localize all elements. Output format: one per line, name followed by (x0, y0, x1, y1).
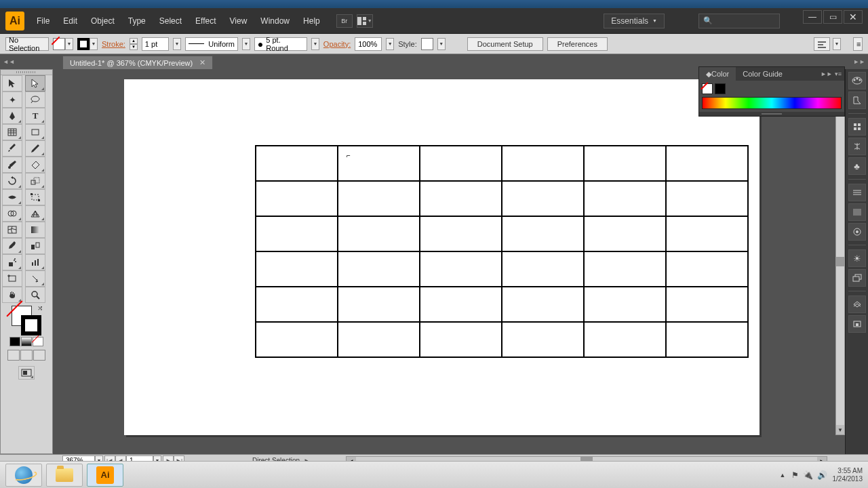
menu-effect[interactable]: Effect (189, 14, 222, 28)
stroke-indicator[interactable] (21, 315, 41, 336)
vertical-scrollbar[interactable]: ▲ ▼ (835, 69, 845, 435)
stroke-profile[interactable]: Uniform (185, 37, 238, 51)
control-menu-icon[interactable]: ≡ (853, 37, 863, 51)
graphic-style-dropdown[interactable]: ▼ (437, 38, 446, 50)
taskbar-explorer[interactable] (46, 464, 83, 487)
bridge-icon[interactable]: Br (336, 14, 353, 28)
align-panel-icon[interactable] (848, 296, 866, 313)
power-icon[interactable]: 🔌 (803, 470, 813, 480)
perspective-grid-tool[interactable] (25, 205, 45, 222)
menu-help[interactable]: Help (296, 14, 327, 28)
stroke-panel-icon[interactable]: ♣ (848, 157, 866, 175)
tray-expand-icon[interactable]: ▲ (780, 472, 786, 479)
direct-selection-tool[interactable] (25, 75, 45, 92)
hand-tool[interactable] (2, 287, 22, 303)
color-panel-icon[interactable] (848, 72, 866, 89)
panel-grip[interactable] (1, 70, 52, 75)
stroke-weight-field[interactable]: 1 pt (142, 37, 169, 51)
draw-inside-button[interactable] (33, 350, 45, 361)
volume-icon[interactable]: 🔊 (817, 470, 827, 480)
menu-object[interactable]: Object (84, 14, 121, 28)
stroke-dropdown[interactable]: ▼ (90, 38, 98, 50)
blend-tool[interactable] (25, 238, 45, 254)
none-mode-button[interactable] (33, 337, 43, 346)
panel-menu-icon[interactable]: ▾≡ (835, 70, 842, 77)
rotate-tool[interactable] (2, 173, 22, 189)
draw-behind-button[interactable] (20, 350, 33, 361)
gradient-mode-button[interactable] (21, 337, 32, 346)
stroke-swatch[interactable] (77, 38, 90, 50)
pencil-tool[interactable] (25, 140, 45, 157)
maximize-button[interactable]: ▭ (823, 10, 842, 24)
zoom-tool[interactable] (25, 287, 45, 303)
tray-clock[interactable]: 3:55 AM 1/24/2013 (833, 467, 863, 483)
artboard-tool[interactable] (2, 270, 22, 287)
brush-dropdown[interactable]: ▼ (311, 38, 319, 50)
transparency-panel-icon[interactable] (848, 203, 866, 221)
document-tab[interactable]: Untitled-1* @ 367% (CMYK/Preview) ✕ (62, 56, 213, 69)
transform-panel-icon[interactable] (848, 315, 866, 333)
align-to-icon[interactable] (814, 37, 830, 51)
panel-resize-grip[interactable] (699, 112, 844, 116)
selection-tool[interactable] (2, 75, 22, 92)
taskbar-ie[interactable] (5, 464, 42, 487)
search-box[interactable]: 🔍 (698, 14, 780, 28)
color-tab[interactable]: ◆ Color (699, 67, 736, 81)
graphic-style-swatch[interactable] (421, 38, 433, 50)
eraser-tool[interactable] (25, 157, 45, 173)
menu-window[interactable]: Window (254, 14, 296, 28)
expand-right-icon[interactable]: ►► (853, 58, 865, 65)
fill-stroke-indicator[interactable]: ⤭ (12, 306, 41, 336)
draw-normal-button[interactable] (7, 350, 20, 361)
color-spectrum[interactable] (702, 97, 842, 109)
width-tool[interactable] (2, 189, 22, 205)
gradient-tool[interactable] (25, 222, 45, 238)
align-dropdown[interactable]: ▼ (833, 38, 841, 50)
taskbar-illustrator[interactable]: Ai (87, 464, 123, 487)
artboard[interactable]: ⌐ (124, 79, 760, 435)
fill-swatch-none[interactable] (702, 83, 713, 94)
menu-edit[interactable]: Edit (56, 14, 84, 28)
paintbrush-tool[interactable] (2, 140, 22, 157)
mesh-tool[interactable] (2, 222, 22, 238)
graphic-styles-panel-icon[interactable]: ☀ (848, 249, 866, 267)
symbol-sprayer-tool[interactable] (2, 254, 22, 270)
stroke-weight-spinner[interactable]: ▲▼ (130, 38, 138, 50)
appearance-panel-icon[interactable] (848, 223, 866, 241)
scroll-down-icon[interactable]: ▼ (836, 425, 844, 434)
collapse-icon[interactable]: ►► (821, 70, 833, 77)
color-mode-button[interactable] (9, 337, 20, 346)
swatches-panel-icon[interactable] (848, 92, 866, 109)
brush-definition[interactable]: ●5 pt. Round (254, 37, 307, 51)
color-guide-tab[interactable]: Color Guide (736, 67, 789, 81)
arrange-docs-icon[interactable]: ▼ (357, 14, 373, 28)
type-tool[interactable]: T (25, 108, 45, 124)
minimize-button[interactable]: — (803, 10, 822, 24)
stroke-weight-dropdown[interactable]: ▼ (173, 38, 181, 50)
blob-brush-tool[interactable] (2, 157, 22, 173)
menu-type[interactable]: Type (121, 14, 153, 28)
pen-tool[interactable] (2, 108, 22, 124)
swap-fill-stroke-icon[interactable]: ⤭ (37, 304, 43, 312)
action-center-icon[interactable]: ⚑ (791, 470, 799, 480)
magic-wand-tool[interactable]: ✦ (2, 92, 22, 108)
opacity-dropdown[interactable]: ▼ (386, 38, 394, 50)
slice-tool[interactable] (25, 270, 45, 287)
column-graph-tool[interactable] (25, 254, 45, 270)
opacity-label[interactable]: Opacity: (323, 40, 351, 48)
symbols-panel-icon[interactable] (848, 138, 866, 155)
eyedropper-tool[interactable] (2, 238, 22, 254)
scroll-thumb[interactable] (836, 257, 844, 266)
stroke-profile-dropdown[interactable]: ▼ (242, 38, 250, 50)
menu-view[interactable]: View (223, 14, 254, 28)
workspace-switcher[interactable]: Essentials▼ (604, 14, 665, 28)
document-setup-button[interactable]: Document Setup (467, 37, 543, 51)
close-icon[interactable]: ✕ (199, 58, 205, 67)
free-transform-tool[interactable] (25, 189, 45, 205)
canvas-area[interactable]: ⌐ ▲ ▼ (53, 69, 845, 454)
brushes-panel-icon[interactable] (848, 118, 866, 136)
menu-select[interactable]: Select (153, 14, 189, 28)
stroke-label[interactable]: Stroke: (102, 40, 125, 48)
scale-tool[interactable] (25, 173, 45, 189)
screen-mode-button[interactable] (18, 366, 35, 380)
